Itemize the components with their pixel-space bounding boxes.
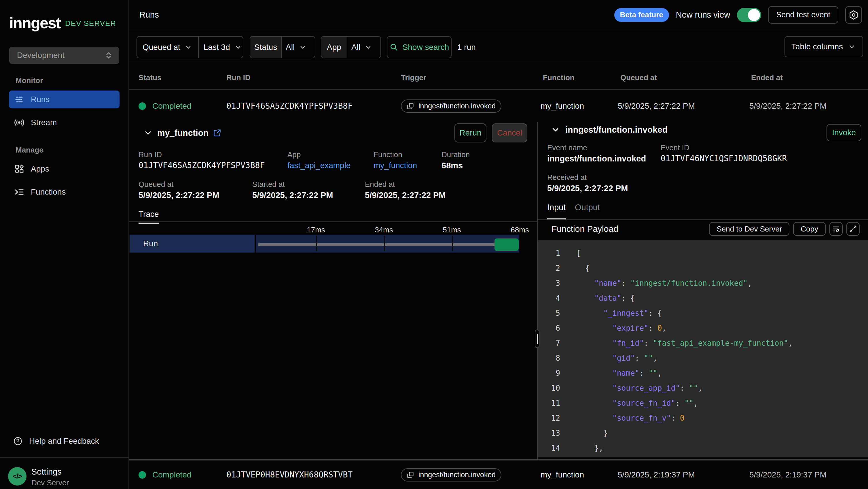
line-number: 3 <box>538 276 560 291</box>
word-wrap-button[interactable] <box>829 222 843 236</box>
code-line-content: "source_app_id": "", <box>576 381 703 396</box>
code-token: : <box>621 279 630 287</box>
panel-resize-handle[interactable] <box>535 329 539 348</box>
field-label-function: Function <box>374 151 417 159</box>
dev-server-avatar-icon: </> <box>8 467 27 486</box>
trigger-pill[interactable]: inngest/function.invoked <box>401 99 501 113</box>
sidebar-item-label: Runs <box>31 95 50 104</box>
time-range-dropdown[interactable]: Last 3d <box>198 37 243 58</box>
search-icon <box>390 43 399 52</box>
code-token <box>576 309 603 317</box>
payload-code-editor[interactable]: 1[2 {3 "name": "inngest/function.invoked… <box>538 240 868 457</box>
trace-panel: my_function Rerun Cancel <box>129 122 537 459</box>
event-header: inngest/function.invoked Invoke <box>538 124 868 143</box>
table-row[interactable]: Completed 01JTVF46SA5ZCDK4YPFSPV3B8F inn… <box>129 90 868 122</box>
chevron-down-icon <box>299 43 307 51</box>
code-line: 4 "data": { <box>538 291 868 306</box>
sidebar-item-runs[interactable]: Runs <box>9 90 120 108</box>
field-label-received-at: Received at <box>547 174 628 181</box>
field-label-event-id: Event ID <box>661 144 787 152</box>
code-token: : { <box>621 294 635 303</box>
code-line-content: } <box>576 426 608 440</box>
code-token: , <box>748 279 752 287</box>
show-search-button[interactable]: Show search <box>387 36 452 58</box>
collapse-chevron-icon[interactable] <box>550 124 561 135</box>
run-function: my_function <box>540 90 584 122</box>
field-value-function-link[interactable]: my_function <box>374 161 417 170</box>
code-line: 14 }, <box>538 440 868 456</box>
send-test-event-button[interactable]: Send test event <box>768 6 838 24</box>
environment-select[interactable]: Development <box>9 47 119 64</box>
sidebar-item-functions[interactable]: Functions <box>9 183 120 201</box>
field-label-event-name: Event name <box>547 144 646 152</box>
tab-input[interactable]: Input <box>547 203 566 220</box>
code-line: 3 "name": "inngest/function.invoked", <box>538 276 868 291</box>
rerun-button[interactable]: Rerun <box>455 123 487 142</box>
toggle-knob <box>748 9 760 21</box>
code-token: , <box>657 369 662 377</box>
field-label-run-id: Run ID <box>138 151 265 159</box>
code-token: "source_app_id" <box>612 384 680 393</box>
new-runs-view-label: New runs view <box>676 10 730 20</box>
help-and-feedback[interactable]: Help and Feedback <box>13 434 99 448</box>
line-number: 8 <box>538 351 560 366</box>
code-line-content: { <box>576 261 590 276</box>
sidebar-item-stream[interactable]: Stream <box>9 114 120 132</box>
function-header-left: my_function <box>143 123 222 142</box>
field-value-duration: 68ms <box>441 161 470 170</box>
code-token: "_inngest" <box>603 309 649 317</box>
external-link-icon[interactable] <box>213 128 222 138</box>
code-token: { <box>576 264 590 272</box>
trigger-event-name: inngest/function.invoked <box>418 102 496 110</box>
sidebar-item-apps[interactable]: Apps <box>9 160 120 178</box>
code-line: 5 "_inngest": { <box>538 306 868 321</box>
tab-trace[interactable]: Trace <box>138 210 159 224</box>
line-number: 5 <box>538 306 560 321</box>
app-filter-dropdown[interactable]: All <box>347 37 380 58</box>
copy-button[interactable]: Copy <box>793 222 826 236</box>
status-filter-dropdown[interactable]: All <box>281 37 315 58</box>
settings-gear-button[interactable] <box>845 6 862 24</box>
field-value-event-name: inngest/function.invoked <box>547 154 646 163</box>
code-token: "source_fn_id" <box>612 399 675 407</box>
code-token <box>576 279 594 287</box>
code-token: 0 <box>680 414 685 423</box>
cancel-button[interactable]: Cancel <box>492 123 527 142</box>
code-token <box>576 294 594 303</box>
time-field-dropdown[interactable]: Queued at <box>137 37 198 58</box>
trigger-pill[interactable]: inngest/function.invoked <box>401 468 501 482</box>
table-columns-dropdown[interactable]: Table columns <box>784 36 863 57</box>
code-token: } <box>576 429 608 437</box>
trace-row-run[interactable]: Run <box>130 235 519 253</box>
new-runs-view-toggle[interactable] <box>737 8 761 22</box>
line-number: 13 <box>538 426 560 440</box>
sidebar-item-label: Functions <box>31 188 66 197</box>
table-row[interactable]: Completed 01JTVEP0H8EVDNYXH68QRSTVBT inn… <box>129 460 868 489</box>
expand-button[interactable] <box>846 222 860 236</box>
settings-link[interactable]: </> Settings Dev Server <box>8 467 69 487</box>
code-token: : { <box>648 309 662 317</box>
time-filter-group: Queued at Last 3d <box>136 36 243 58</box>
code-line-content: "gid": "", <box>576 351 657 366</box>
code-line-content: [ <box>576 246 581 261</box>
field-value-app-link[interactable]: fast_api_example <box>287 161 350 170</box>
payload-title: Function Payload <box>552 219 618 239</box>
event-panel-title: inngest/function.invoked <box>565 125 668 135</box>
code-token: "fn_id" <box>612 339 644 347</box>
line-number: 6 <box>538 321 560 336</box>
tab-output[interactable]: Output <box>575 203 600 220</box>
trigger-event-name: inngest/function.invoked <box>418 470 496 479</box>
timeline-tick <box>452 236 453 252</box>
code-token <box>576 399 612 407</box>
beta-feature-badge: Beta feature <box>614 8 669 22</box>
invoke-button[interactable]: Invoke <box>827 124 861 141</box>
copy-icon <box>407 471 415 479</box>
send-to-dev-server-button[interactable]: Send to Dev Server <box>709 222 789 236</box>
sidebar-item-label: Stream <box>31 118 57 127</box>
trace-tab-bar: Trace <box>129 210 537 222</box>
collapse-chevron-icon[interactable] <box>143 128 153 138</box>
sidebar-item-label: Apps <box>31 164 49 174</box>
column-header-run-id: Run ID <box>226 65 251 90</box>
code-token: "inngest/function.invoked" <box>630 279 748 287</box>
code-token <box>576 369 612 377</box>
